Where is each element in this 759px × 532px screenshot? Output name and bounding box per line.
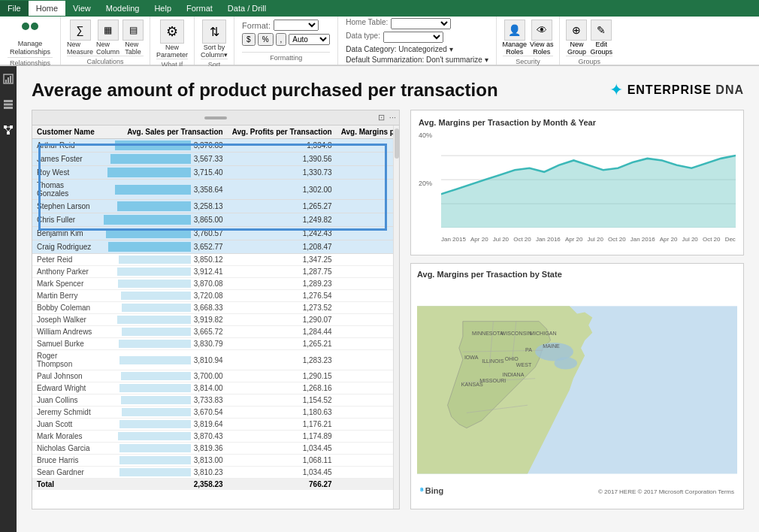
table-row[interactable]: Bobby Coleman 3,668.33 1,273.52 14.1% bbox=[32, 302, 399, 314]
new-column-button[interactable]: ▦ NewColumn bbox=[96, 20, 119, 56]
brand-enterprise: ENTERPRISE bbox=[627, 83, 712, 96]
table-row[interactable]: Mark Spencer 3,870.08 1,289.23 19.2% bbox=[32, 278, 399, 290]
svg-text:INDIANA: INDIANA bbox=[503, 372, 525, 378]
table-row[interactable]: Benjamin Kim 3,760.57 1,242.43 32.9% bbox=[32, 227, 399, 240]
edit-groups-label: EditGroups bbox=[590, 41, 612, 56]
table-row[interactable]: Martin Berry 3,720.08 1,276.54 18.2% bbox=[32, 290, 399, 302]
table-row[interactable]: Peter Reid 3,850.12 1,347.25 17.3% bbox=[32, 254, 399, 266]
new-group-button[interactable]: ⊕ NewGroup bbox=[566, 20, 587, 56]
table-row[interactable]: Roy West 3,715.40 1,330.73 35.8% bbox=[32, 166, 399, 180]
table-row[interactable]: William Andrews 3,665.72 1,284.44 13.6% bbox=[32, 326, 399, 338]
more-icon[interactable]: ··· bbox=[389, 113, 396, 122]
new-table-icon: ▤ bbox=[122, 20, 144, 41]
tab-data-drill[interactable]: Data / Drill bbox=[220, 1, 274, 16]
edit-groups-button[interactable]: ✎ EditGroups bbox=[590, 20, 612, 56]
svg-rect-10 bbox=[4, 125, 7, 128]
table-total-row: Total 2,358.23 766.27 32.5% bbox=[32, 479, 399, 491]
home-table-select[interactable] bbox=[391, 18, 451, 29]
tab-help[interactable]: Help bbox=[147, 1, 179, 16]
table-row[interactable]: Chris Fuller 3,865.00 1,249.82 32.3% bbox=[32, 213, 399, 227]
table-row[interactable]: James Foster 3,567.33 1,390.56 39.0% bbox=[32, 153, 399, 166]
table-row[interactable]: Juan Collins 3,733.83 1,154.52 11.4% bbox=[32, 394, 399, 407]
brand-name: ENTERPRISE DNA bbox=[627, 83, 744, 97]
table-row[interactable]: Juan Scott 3,819.64 1,176.21 11.9% bbox=[32, 419, 399, 431]
data-type-label: Data type: bbox=[346, 32, 380, 43]
table-header-row: Customer Name Avg. Sales per Transaction… bbox=[32, 125, 399, 139]
table-row[interactable]: Mark Morales 3,870.43 1,174.89 11.5% bbox=[32, 431, 399, 443]
table-row[interactable]: Edward Wright 3,814.00 1,268.16 14.1% bbox=[32, 382, 399, 394]
maximize-icon[interactable]: ⊡ bbox=[378, 113, 385, 122]
report-view-icon[interactable] bbox=[2, 72, 15, 86]
tab-format[interactable]: Format bbox=[179, 1, 220, 16]
brand-dna: DNA bbox=[715, 83, 744, 96]
table-row[interactable]: Roger Thompson 3,810.94 1,283.23 15.0% bbox=[32, 350, 399, 370]
manage-roles-icon: 👤 bbox=[504, 20, 525, 41]
svg-text:WISCONSIN: WISCONSIN bbox=[501, 331, 532, 337]
map-container[interactable]: MINNESOTA WISCONSIN MICHIGAN IOWA ILLINO… bbox=[417, 282, 737, 498]
tab-home[interactable]: Home bbox=[29, 1, 65, 16]
relationships-view-icon[interactable] bbox=[2, 123, 15, 137]
x-label-13: Dec bbox=[725, 236, 736, 243]
table-row[interactable]: Arthur Reid 3,376.83 1,334.8 39.5% bbox=[32, 139, 399, 153]
table-row[interactable]: Samuel Burke 3,830.79 1,265.21 13.6% bbox=[32, 338, 399, 350]
tab-file[interactable]: File bbox=[0, 1, 29, 16]
table-row[interactable]: Craig Rodriguez 3,652.77 1,208.47 33.0% bbox=[32, 240, 399, 254]
map-panel: Avg. Margins per Trasaction by State bbox=[410, 263, 744, 509]
x-axis: Jan 2015 Apr 20 Jul 20 Oct 20 Jan 2016 A… bbox=[441, 229, 736, 243]
sort-icon: ⇅ bbox=[202, 20, 226, 44]
table-body: Arthur Reid 3,376.83 1,334.8 39.5% James… bbox=[32, 139, 399, 491]
table-row[interactable]: Joseph Walker 3,919.82 1,290.07 17.7% bbox=[32, 314, 399, 326]
table-row[interactable]: Sean Gardner 3,810.23 1,034.45 11.5% bbox=[32, 467, 399, 479]
view-as-icon: 👁 bbox=[531, 20, 552, 41]
comma-btn[interactable]: , bbox=[276, 33, 287, 46]
data-type-select[interactable] bbox=[383, 32, 443, 43]
new-measure-button[interactable]: ∑ NewMeasure bbox=[67, 20, 93, 56]
panel-controls: ⊡ ··· bbox=[378, 113, 396, 122]
section-label-security: Security bbox=[503, 56, 554, 65]
section-label-calculations: Calculations bbox=[67, 56, 144, 65]
manage-relationships-button[interactable]: Manage Relationships bbox=[8, 14, 53, 56]
format-select[interactable] bbox=[274, 20, 319, 31]
section-label-formatting: Formatting bbox=[242, 52, 330, 62]
home-table-row: Home Table: bbox=[346, 18, 488, 29]
sort-by-column-button[interactable]: ⇅ Sort byColumn▾ bbox=[201, 20, 228, 59]
data-category-dropdown[interactable]: ▾ bbox=[449, 45, 453, 53]
svg-line-15 bbox=[5, 128, 8, 131]
brand-logo: ✦ ENTERPRISE DNA bbox=[609, 80, 744, 100]
tab-modeling[interactable]: Modeling bbox=[98, 1, 147, 16]
percent-btn[interactable]: % bbox=[258, 33, 274, 46]
chart-title: Avg. Margins per Trasaction by Month & Y… bbox=[419, 118, 736, 127]
sort-label: Sort byColumn▾ bbox=[201, 44, 228, 59]
drag-handle[interactable] bbox=[204, 116, 227, 119]
format-label: Format: bbox=[242, 21, 271, 30]
new-parameter-button[interactable]: ⚙ NewParameter bbox=[156, 20, 188, 59]
scrollbar-thumb[interactable] bbox=[395, 128, 399, 159]
section-label-groups: Groups bbox=[566, 56, 612, 65]
table-row[interactable]: Jeremy Schmidt 3,670.54 1,180.63 12.5% bbox=[32, 407, 399, 419]
data-view-icon[interactable] bbox=[2, 98, 15, 111]
svg-text:WEST: WEST bbox=[516, 363, 532, 369]
new-group-label: NewGroup bbox=[567, 41, 586, 56]
table-row[interactable]: Bruce Harris 3,813.00 1,068.11 12.2% bbox=[32, 455, 399, 467]
table-row[interactable]: Anthony Parker 3,912.41 1,287.75 17.5% bbox=[32, 266, 399, 278]
vertical-scrollbar[interactable] bbox=[393, 125, 399, 509]
ribbon-tab-bar: File Home View Modeling Help Format Data… bbox=[0, 0, 759, 17]
table-scroll-area[interactable]: Customer Name Avg. Sales per Transaction… bbox=[32, 125, 399, 503]
table-row[interactable]: Paul Johnson 3,700.00 1,290.15 14.4% bbox=[32, 370, 399, 382]
security-buttons: 👤 ManageRoles 👁 View asRoles bbox=[503, 20, 554, 56]
svg-point-0 bbox=[22, 23, 29, 30]
svg-text:MAINE: MAINE bbox=[543, 343, 560, 349]
currency-btn[interactable]: $ bbox=[242, 33, 256, 46]
table-row[interactable]: Thomas Gonzales 3,358.64 1,302.00 38.8% bbox=[32, 180, 399, 200]
tab-view[interactable]: View bbox=[65, 1, 98, 16]
table-row[interactable]: Nicholas Garcia 3,819.36 1,034.45 17.3% bbox=[32, 443, 399, 455]
manage-roles-button[interactable]: 👤 ManageRoles bbox=[503, 20, 528, 56]
new-table-button[interactable]: ▤ NewTable bbox=[122, 20, 144, 56]
svg-point-1 bbox=[31, 23, 38, 30]
ribbon-section-whatif: ⚙ NewParameter What If bbox=[150, 17, 195, 65]
default-sum-dropdown[interactable]: ▾ bbox=[485, 56, 488, 64]
view-as-roles-button[interactable]: 👁 View asRoles bbox=[530, 20, 553, 56]
auto-select[interactable]: Auto bbox=[289, 34, 330, 45]
ribbon-section-sort: ⇅ Sort byColumn▾ Sort bbox=[195, 17, 234, 65]
table-row[interactable]: Stephen Larson 3,258.13 1,265.27 38.8% bbox=[32, 200, 399, 213]
